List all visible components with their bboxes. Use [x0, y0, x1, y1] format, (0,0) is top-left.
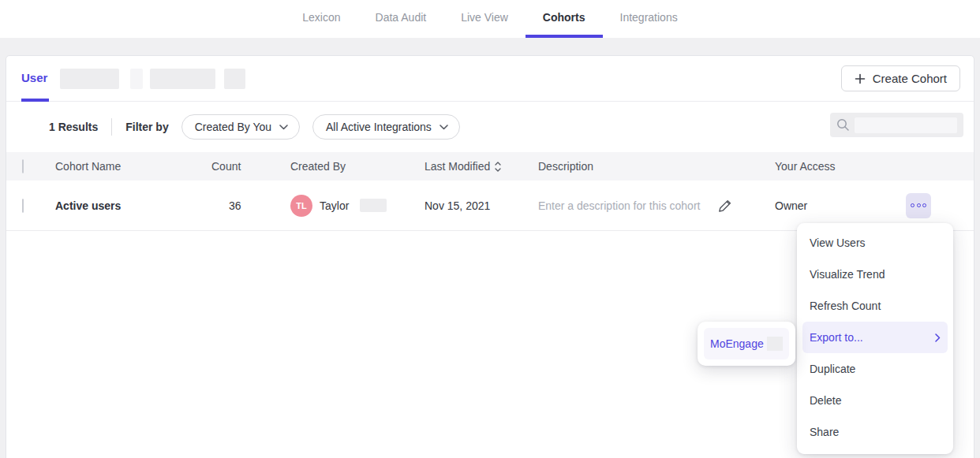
- chevron-down-icon: [440, 125, 448, 130]
- row-checkbox[interactable]: [22, 199, 24, 213]
- integrations-dropdown[interactable]: All Active Integrations: [312, 114, 460, 140]
- col-header-last-modified[interactable]: Last Modified: [425, 160, 538, 173]
- tab-data-audit[interactable]: Data Audit: [358, 0, 444, 38]
- tab-integrations[interactable]: Integrations: [603, 0, 695, 38]
- created-by-name: Taylor: [320, 199, 349, 212]
- redacted-surname: [360, 199, 387, 212]
- menu-item-export-to[interactable]: Export to...: [802, 322, 948, 353]
- redacted-tab: [60, 69, 119, 89]
- menu-item-view-users[interactable]: View Users: [802, 227, 948, 259]
- create-cohort-label: Create Cohort: [873, 72, 947, 85]
- table-header: Cohort Name Count Created By Last Modifi…: [6, 152, 974, 181]
- tab-lexicon[interactable]: Lexicon: [285, 0, 357, 38]
- access-level: Owner: [775, 199, 906, 212]
- menu-item-visualize-trend[interactable]: Visualize Trend: [802, 259, 948, 290]
- col-header-created-by: Created By: [290, 160, 425, 173]
- submenu-item-moengage[interactable]: MoEngage: [704, 328, 789, 359]
- divider: [111, 118, 112, 136]
- col-header-description: Description: [538, 160, 775, 173]
- cohort-type-tabs: User Create Cohort: [6, 56, 974, 102]
- results-count: 1 Results: [49, 121, 98, 133]
- menu-item-share[interactable]: Share: [802, 416, 948, 448]
- filter-by-label: Filter by: [125, 121, 168, 133]
- edit-description-button[interactable]: [717, 198, 733, 214]
- chevron-right-icon: [935, 333, 941, 342]
- tab-cohorts[interactable]: Cohorts: [526, 0, 603, 38]
- tab-live-view[interactable]: Live View: [443, 0, 526, 38]
- integrations-dropdown-value: All Active Integrations: [326, 121, 432, 133]
- menu-item-delete[interactable]: Delete: [802, 385, 948, 416]
- col-header-count: Count: [211, 160, 290, 173]
- created-by-dropdown-value: Created By You: [195, 121, 271, 133]
- tab-user[interactable]: User: [21, 56, 49, 102]
- avatar: TL: [290, 195, 312, 217]
- sort-icon: [495, 162, 501, 172]
- row-actions-button[interactable]: [906, 193, 931, 218]
- created-by-dropdown[interactable]: Created By You: [181, 114, 300, 140]
- top-navigation: Lexicon Data Audit Live View Cohorts Int…: [0, 0, 980, 38]
- created-by-cell: TL Taylor: [290, 195, 425, 217]
- redacted-tab: [224, 69, 245, 89]
- redacted-tab: [130, 69, 143, 89]
- description-placeholder[interactable]: Enter a description for this cohort: [538, 199, 700, 212]
- redacted-submenu-text: [767, 337, 783, 351]
- col-header-your-access: Your Access: [775, 160, 906, 173]
- select-all-checkbox[interactable]: [22, 159, 24, 173]
- chevron-down-icon: [279, 125, 288, 130]
- dots-icon: [911, 203, 915, 207]
- row-actions-menu: View Users Visualize Trend Refresh Count…: [797, 223, 953, 454]
- col-header-cohort-name: Cohort Name: [55, 160, 211, 173]
- cohort-count: 36: [211, 199, 290, 212]
- last-modified-date: Nov 15, 2021: [425, 199, 538, 212]
- menu-item-refresh-count[interactable]: Refresh Count: [802, 290, 948, 322]
- description-cell: Enter a description for this cohort: [538, 198, 775, 214]
- create-cohort-button[interactable]: Create Cohort: [841, 65, 960, 91]
- search-input[interactable]: [830, 113, 963, 137]
- search-icon: [836, 118, 850, 132]
- cohort-name[interactable]: Active users: [55, 199, 211, 212]
- pencil-icon: [717, 198, 733, 214]
- plus-icon: [855, 73, 866, 84]
- redacted-tab: [150, 69, 215, 89]
- filter-bar: 1 Results Filter by Created By You All A…: [6, 102, 974, 152]
- redacted-search-text: [855, 117, 957, 133]
- menu-item-duplicate[interactable]: Duplicate: [802, 353, 948, 385]
- export-submenu: MoEngage: [698, 322, 795, 366]
